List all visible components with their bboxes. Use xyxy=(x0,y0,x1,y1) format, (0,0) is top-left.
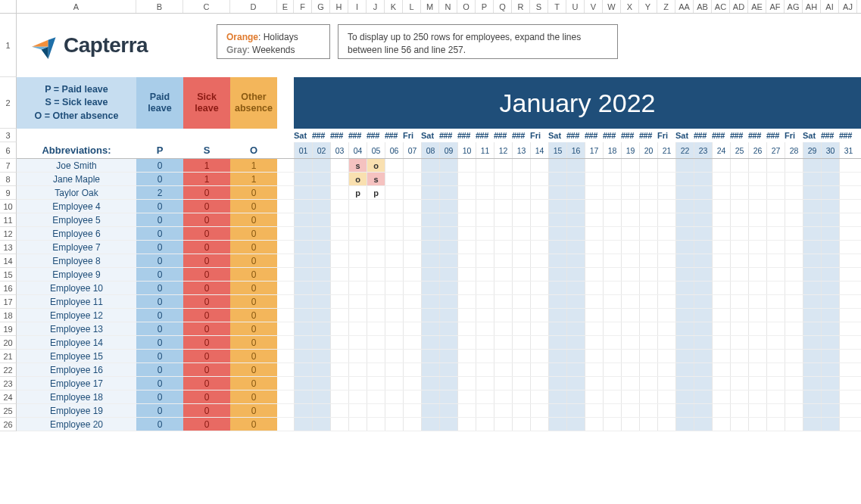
calendar-cell[interactable] xyxy=(803,418,821,431)
calendar-cell[interactable] xyxy=(312,309,330,322)
calendar-cell[interactable] xyxy=(403,254,421,267)
calendar-cell[interactable] xyxy=(657,295,675,308)
paid-count-cell[interactable]: 0 xyxy=(136,254,183,267)
calendar-cell[interactable] xyxy=(530,404,548,417)
calendar-cell[interactable] xyxy=(385,268,403,281)
calendar-cell[interactable] xyxy=(766,282,785,294)
calendar-cell[interactable] xyxy=(530,268,548,281)
calendar-cell[interactable] xyxy=(603,282,621,294)
calendar-cell[interactable] xyxy=(803,377,821,390)
calendar-cell[interactable] xyxy=(657,350,675,362)
dow-cell[interactable]: ### xyxy=(712,129,730,142)
calendar-cell[interactable] xyxy=(694,404,712,417)
calendar-cell[interactable] xyxy=(675,309,694,322)
calendar-cell[interactable] xyxy=(766,390,785,403)
calendar-cell[interactable] xyxy=(421,200,439,213)
calendar-cell[interactable] xyxy=(348,227,367,240)
calendar-cell[interactable] xyxy=(385,282,403,294)
calendar-cell[interactable] xyxy=(785,159,803,172)
calendar-cell[interactable] xyxy=(476,254,494,267)
calendar-cell[interactable] xyxy=(585,282,603,294)
calendar-cell[interactable] xyxy=(385,186,403,199)
calendar-cell[interactable] xyxy=(675,227,694,240)
employee-name-cell[interactable]: Employee 10 xyxy=(17,282,136,294)
other-count-cell[interactable]: 0 xyxy=(230,213,277,226)
calendar-cell[interactable] xyxy=(494,186,512,199)
paid-count-cell[interactable]: 0 xyxy=(136,418,183,431)
sick-count-cell[interactable]: 0 xyxy=(183,404,230,417)
calendar-cell[interactable] xyxy=(330,241,348,254)
calendar-cell[interactable] xyxy=(585,159,603,172)
employee-name-cell[interactable]: Taylor Oak xyxy=(17,186,136,199)
calendar-cell[interactable] xyxy=(530,418,548,431)
calendar-cell[interactable] xyxy=(476,159,494,172)
calendar-cell[interactable] xyxy=(476,336,494,349)
other-count-cell[interactable]: 0 xyxy=(230,322,277,335)
sick-count-cell[interactable]: 0 xyxy=(183,350,230,362)
calendar-cell[interactable] xyxy=(385,295,403,308)
paid-count-cell[interactable]: 0 xyxy=(136,377,183,390)
day-number-cell[interactable]: 10 xyxy=(457,142,476,158)
calendar-cell[interactable] xyxy=(512,309,530,322)
day-number-cell[interactable]: 26 xyxy=(748,142,766,158)
calendar-cell[interactable] xyxy=(730,309,748,322)
other-count-cell[interactable]: 0 xyxy=(230,404,277,417)
col-header-P[interactable]: P xyxy=(476,0,494,13)
day-number-cell[interactable]: 08 xyxy=(421,142,439,158)
calendar-cell[interactable] xyxy=(766,322,785,335)
calendar-cell[interactable] xyxy=(367,377,385,390)
calendar-cell[interactable] xyxy=(657,418,675,431)
paid-count-cell[interactable]: 0 xyxy=(136,227,183,240)
calendar-cell[interactable] xyxy=(621,336,639,349)
calendar-cell[interactable] xyxy=(748,309,766,322)
calendar-cell[interactable] xyxy=(821,227,839,240)
calendar-cell[interactable] xyxy=(548,227,566,240)
calendar-cell[interactable] xyxy=(403,173,421,185)
calendar-cell[interactable] xyxy=(639,159,657,172)
calendar-cell[interactable] xyxy=(566,282,585,294)
calendar-cell[interactable] xyxy=(712,159,730,172)
calendar-cell[interactable] xyxy=(603,159,621,172)
col-header-D[interactable]: D xyxy=(230,0,277,13)
calendar-cell[interactable] xyxy=(748,363,766,376)
calendar-cell[interactable] xyxy=(421,390,439,403)
calendar-cell[interactable] xyxy=(476,350,494,362)
calendar-cell[interactable] xyxy=(548,213,566,226)
day-number-cell[interactable]: 05 xyxy=(367,142,385,158)
calendar-cell[interactable] xyxy=(385,322,403,335)
calendar-cell[interactable] xyxy=(603,418,621,431)
other-count-cell[interactable]: 0 xyxy=(230,282,277,294)
calendar-cell[interactable] xyxy=(348,200,367,213)
calendar-cell[interactable] xyxy=(675,213,694,226)
col-header-R[interactable]: R xyxy=(512,0,530,13)
calendar-cell[interactable] xyxy=(385,241,403,254)
calendar-cell[interactable] xyxy=(530,309,548,322)
calendar-cell[interactable] xyxy=(530,159,548,172)
calendar-cell[interactable] xyxy=(530,213,548,226)
calendar-cell[interactable] xyxy=(367,254,385,267)
calendar-cell[interactable] xyxy=(294,268,312,281)
calendar-cell[interactable] xyxy=(657,377,675,390)
select-all-corner[interactable] xyxy=(0,0,17,13)
day-number-cell[interactable]: 15 xyxy=(548,142,566,158)
day-number-cell[interactable]: 04 xyxy=(348,142,367,158)
calendar-cell[interactable] xyxy=(566,377,585,390)
col-header-N[interactable]: N xyxy=(439,0,457,13)
calendar-cell[interactable] xyxy=(294,390,312,403)
calendar-cell[interactable] xyxy=(403,350,421,362)
calendar-cell[interactable] xyxy=(803,282,821,294)
sick-count-cell[interactable]: 0 xyxy=(183,322,230,335)
other-count-cell[interactable]: 0 xyxy=(230,336,277,349)
calendar-cell[interactable] xyxy=(385,159,403,172)
calendar-cell[interactable] xyxy=(603,254,621,267)
calendar-cell[interactable] xyxy=(312,282,330,294)
calendar-cell[interactable] xyxy=(566,336,585,349)
calendar-cell[interactable] xyxy=(566,350,585,362)
calendar-cell[interactable] xyxy=(566,418,585,431)
calendar-cell[interactable] xyxy=(457,241,476,254)
calendar-cell[interactable] xyxy=(512,200,530,213)
calendar-cell[interactable] xyxy=(657,200,675,213)
calendar-cell[interactable] xyxy=(621,309,639,322)
row-header-21[interactable]: 21 xyxy=(0,350,17,363)
calendar-cell[interactable] xyxy=(803,404,821,417)
